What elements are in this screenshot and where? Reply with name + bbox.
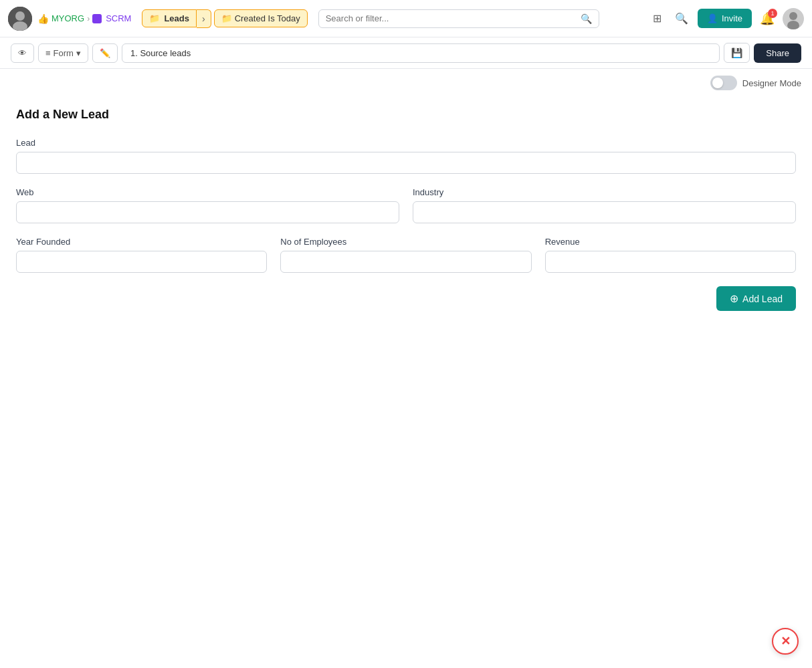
revenue-field-group: Revenue [545, 237, 796, 273]
toolbar: 👁 ≡ Form ▾ ✏️ 1. Source leads 💾 Share [0, 37, 812, 69]
chevron-right-icon: › [202, 13, 205, 24]
form-dropdown-button[interactable]: ≡ Form ▾ [38, 43, 88, 63]
industry-field-group: Industry [413, 187, 796, 223]
breadcrumb-pills: 📁 Leads › 📁 Created Is Today [142, 9, 307, 28]
user-avatar-nav[interactable] [8, 7, 32, 31]
invite-label: Invite [722, 13, 742, 23]
pipeline-step-text: 1. Source leads [130, 48, 191, 58]
employees-field-group: No of Employees [280, 237, 531, 273]
grid-view-button[interactable]: ⊞ [649, 8, 666, 29]
web-label: Web [16, 187, 399, 197]
eye-icon: 👁 [18, 48, 27, 58]
save-icon: 💾 [731, 47, 742, 58]
revenue-input[interactable] [545, 251, 796, 273]
add-lead-label: Add Lead [742, 294, 783, 304]
add-lead-button[interactable]: ⊕ Add Lead [716, 286, 796, 311]
notification-button[interactable]: 🔔 1 [757, 9, 777, 29]
nav-right: ⊞ 🔍 👤 Invite 🔔 1 [649, 8, 804, 29]
user-avatar-right[interactable] [783, 8, 804, 29]
pencil-icon: ✏️ [100, 48, 110, 58]
form-title: Add a New Lead [16, 108, 796, 122]
leads-pill[interactable]: 📁 Leads [142, 9, 197, 27]
pipeline-step-label: 1. Source leads [122, 43, 720, 63]
org-breadcrumb: 👍 MYORG › SCRM [37, 13, 131, 24]
list-icon: ≡ [45, 48, 51, 58]
svg-point-1 [15, 11, 25, 21]
form-label: Form [54, 48, 74, 58]
search-button[interactable]: 🔍 [671, 8, 692, 29]
notification-badge: 1 [768, 9, 777, 18]
industry-label: Industry [413, 187, 796, 197]
navbar: 👍 MYORG › SCRM 📁 Leads › 📁 Created Is To… [0, 0, 812, 37]
edit-button[interactable]: ✏️ [92, 43, 118, 63]
main-content: Add a New Lead Lead Web Industry Year Fo… [0, 97, 812, 322]
search-icon: 🔍 [581, 13, 592, 24]
details-row: Year Founded No of Employees Revenue [16, 237, 796, 273]
leads-folder-icon: 📁 [149, 13, 160, 23]
year-founded-input[interactable] [16, 251, 267, 273]
submit-row: ⊕ Add Lead [16, 286, 796, 311]
add-lead-plus-icon: ⊕ [730, 292, 738, 305]
thumb-icon: 👍 [37, 13, 49, 24]
svg-point-4 [789, 12, 797, 20]
share-label: Share [766, 48, 789, 58]
breadcrumb-chevron: › [87, 14, 90, 23]
toggle-knob [712, 78, 723, 88]
lead-field-group: Lead [16, 138, 796, 174]
view-toggle-button[interactable]: 👁 [11, 43, 34, 63]
lead-input[interactable] [16, 152, 796, 174]
org-name[interactable]: MYORG [52, 13, 84, 23]
invite-icon: 👤 [707, 13, 718, 23]
invite-button[interactable]: 👤 Invite [698, 9, 752, 28]
scrm-name[interactable]: SCRM [106, 13, 131, 23]
leads-label: Leads [164, 13, 189, 23]
share-button[interactable]: Share [754, 43, 801, 63]
web-field-group: Web [16, 187, 399, 223]
employees-label: No of Employees [280, 237, 531, 247]
filter-label: Created Is Today [235, 13, 300, 23]
dropdown-arrow-icon: ▾ [76, 48, 81, 58]
industry-input[interactable] [413, 201, 796, 223]
employees-input[interactable] [280, 251, 531, 273]
designer-mode-row: Designer Mode [0, 69, 812, 97]
lead-label: Lead [16, 138, 796, 148]
web-industry-row: Web Industry [16, 187, 796, 223]
designer-mode-toggle[interactable] [710, 76, 737, 90]
save-button[interactable]: 💾 [724, 43, 750, 63]
search-bar: 🔍 [318, 9, 599, 28]
web-input[interactable] [16, 201, 399, 223]
leads-pill-chevron[interactable]: › [197, 9, 211, 28]
year-founded-label: Year Founded [16, 237, 267, 247]
search-input[interactable] [326, 13, 581, 23]
filter-folder-icon: 📁 [221, 13, 232, 23]
filter-pill[interactable]: 📁 Created Is Today [214, 9, 308, 27]
scrm-dot-icon [92, 14, 102, 23]
year-founded-field-group: Year Founded [16, 237, 267, 273]
designer-mode-label: Designer Mode [742, 78, 801, 88]
revenue-label: Revenue [545, 237, 796, 247]
